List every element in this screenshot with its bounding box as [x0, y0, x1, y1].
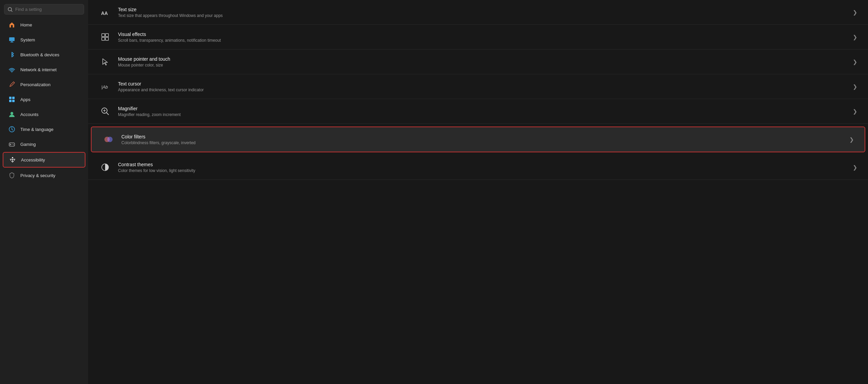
svg-point-16	[13, 144, 13, 145]
text-size-title: Text size	[118, 7, 849, 12]
search-input[interactable]	[15, 7, 80, 12]
color-filters-text: Color filters Colorblindness filters, gr…	[121, 134, 845, 145]
svg-point-17	[13, 145, 14, 145]
svg-rect-8	[12, 97, 15, 99]
sidebar-item-label-network: Network & internet	[20, 67, 57, 72]
magnifier-chevron: ❯	[853, 108, 857, 115]
accessibility-icon	[9, 156, 16, 164]
color-filters-subtitle: Colorblindness filters, grayscale, inver…	[121, 140, 845, 145]
sidebar-item-bluetooth[interactable]: Bluetooth & devices	[3, 47, 85, 62]
svg-rect-2	[11, 25, 13, 27]
main-content: AA Text size Text size that appears thro…	[88, 0, 868, 384]
contrast-themes-text: Contrast themes Color themes for low vis…	[118, 162, 849, 173]
sidebar-item-accessibility[interactable]: Accessibility	[3, 152, 85, 168]
personalization-icon	[8, 81, 16, 88]
sidebar-item-label-time: Time & language	[20, 127, 54, 132]
sidebar-item-label-privacy: Privacy & security	[20, 173, 55, 178]
text-cursor-title: Text cursor	[118, 81, 849, 87]
visual-effects-chevron: ❯	[853, 34, 857, 40]
svg-rect-24	[102, 37, 105, 40]
svg-rect-22	[102, 34, 105, 37]
svg-rect-9	[9, 100, 12, 102]
contrast-themes-subtitle: Color themes for low vision, light sensi…	[118, 168, 849, 173]
gaming-icon	[8, 140, 16, 148]
settings-item-magnifier[interactable]: Magnifier Magnifier reading, zoom increm…	[88, 99, 868, 124]
magnifier-title: Magnifier	[118, 106, 849, 111]
settings-item-color-filters[interactable]: Color filters Colorblindness filters, gr…	[91, 127, 865, 152]
apps-icon	[8, 96, 16, 103]
sidebar-item-label-personalization: Personalization	[20, 82, 51, 87]
search-box[interactable]	[4, 4, 84, 15]
sidebar-item-home[interactable]: Home	[3, 18, 85, 32]
svg-rect-3	[9, 37, 15, 41]
svg-rect-7	[9, 97, 12, 99]
visual-effects-subtitle: Scroll bars, transparency, animations, n…	[118, 38, 849, 43]
search-icon	[8, 7, 13, 12]
svg-rect-25	[105, 37, 108, 40]
settings-item-mouse-pointer[interactable]: Mouse pointer and touch Mouse pointer co…	[88, 50, 868, 74]
bluetooth-icon	[8, 51, 16, 58]
mouse-pointer-icon	[99, 56, 111, 68]
text-cursor-subtitle: Appearance and thickness, text cursor in…	[118, 88, 849, 92]
svg-rect-10	[12, 100, 15, 102]
settings-item-text-size[interactable]: AA Text size Text size that appears thro…	[88, 0, 868, 25]
sidebar-item-gaming[interactable]: Gaming	[3, 137, 85, 151]
color-filters-title: Color filters	[121, 134, 845, 139]
magnifier-subtitle: Magnifier reading, zoom increment	[118, 112, 849, 117]
visual-effects-title: Visual effects	[118, 32, 849, 37]
text-size-subtitle: Text size that appears throughout Window…	[118, 13, 849, 18]
sidebar-item-privacy[interactable]: Privacy & security	[3, 168, 85, 183]
sidebar-item-label-gaming: Gaming	[20, 142, 36, 147]
sidebar: Home System Bluetooth & devices	[0, 0, 88, 384]
svg-line-28	[106, 113, 108, 115]
mouse-pointer-text: Mouse pointer and touch Mouse pointer co…	[118, 56, 849, 68]
magnifier-text: Magnifier Magnifier reading, zoom increm…	[118, 106, 849, 117]
sidebar-item-personalization[interactable]: Personalization	[3, 77, 85, 92]
settings-list: AA Text size Text size that appears thro…	[88, 0, 868, 180]
svg-rect-4	[11, 41, 13, 42]
home-icon	[8, 21, 16, 28]
sidebar-item-accounts[interactable]: Accounts	[3, 107, 85, 121]
settings-item-contrast-themes[interactable]: Contrast themes Color themes for low vis…	[88, 155, 868, 180]
contrast-themes-chevron: ❯	[853, 164, 857, 171]
system-icon	[8, 36, 16, 43]
time-icon	[8, 126, 16, 133]
visual-effects-icon	[99, 31, 111, 43]
text-cursor-chevron: ❯	[853, 83, 857, 90]
mouse-pointer-subtitle: Mouse pointer color, size	[118, 63, 849, 68]
svg-point-6	[12, 72, 13, 73]
settings-item-visual-effects[interactable]: Visual effects Scroll bars, transparency…	[88, 25, 868, 50]
sidebar-item-label-bluetooth: Bluetooth & devices	[20, 52, 59, 57]
mouse-pointer-title: Mouse pointer and touch	[118, 56, 849, 62]
svg-text:AA: AA	[101, 11, 108, 16]
text-cursor-text: Text cursor Appearance and thickness, te…	[118, 81, 849, 92]
mouse-pointer-chevron: ❯	[853, 59, 857, 65]
sidebar-item-label-apps: Apps	[20, 97, 31, 102]
svg-rect-5	[10, 42, 14, 42]
text-cursor-icon: |Ab	[99, 80, 111, 93]
accounts-icon	[8, 111, 16, 118]
sidebar-item-apps[interactable]: Apps	[3, 92, 85, 107]
svg-line-1	[11, 11, 12, 12]
sidebar-item-label-home: Home	[20, 22, 32, 27]
magnifier-icon	[99, 105, 111, 117]
svg-point-18	[12, 157, 13, 158]
text-size-icon: AA	[99, 6, 111, 18]
sidebar-item-label-system: System	[20, 37, 35, 42]
network-icon	[8, 66, 16, 73]
sidebar-item-label-accounts: Accounts	[20, 112, 38, 117]
svg-text:|Ab: |Ab	[101, 84, 108, 90]
color-filters-chevron: ❯	[849, 136, 854, 143]
contrast-themes-title: Contrast themes	[118, 162, 849, 167]
sidebar-item-label-accessibility: Accessibility	[21, 157, 45, 162]
sidebar-item-time[interactable]: Time & language	[3, 122, 85, 136]
contrast-themes-icon	[99, 161, 111, 173]
svg-point-11	[11, 112, 13, 115]
text-size-text: Text size Text size that appears through…	[118, 7, 849, 18]
visual-effects-text: Visual effects Scroll bars, transparency…	[118, 32, 849, 43]
sidebar-item-system[interactable]: System	[3, 33, 85, 47]
text-size-chevron: ❯	[853, 9, 857, 16]
privacy-icon	[8, 172, 16, 179]
sidebar-item-network[interactable]: Network & internet	[3, 62, 85, 77]
settings-item-text-cursor[interactable]: |Ab Text cursor Appearance and thickness…	[88, 74, 868, 99]
